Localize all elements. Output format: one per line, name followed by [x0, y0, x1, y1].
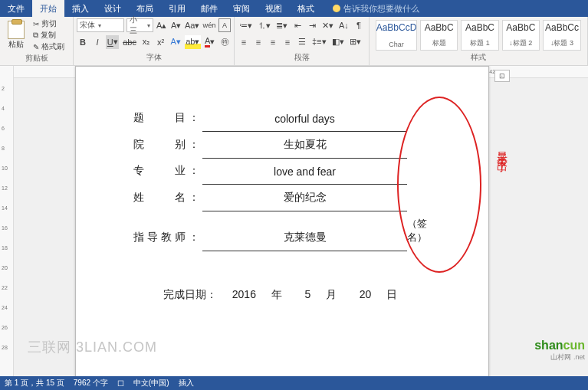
font-name-combo[interactable]: 宋体▾	[77, 18, 124, 32]
cell-value[interactable]: love and fear	[202, 158, 407, 184]
layout-options-widget: ⊡	[494, 70, 511, 82]
status-mode[interactable]: 插入	[179, 378, 194, 388]
asian-layout-button[interactable]: ✕▾	[320, 18, 335, 32]
paste-label: 粘贴	[8, 39, 24, 50]
tab-format[interactable]: 格式	[290, 0, 322, 17]
status-lang-icon: ☐	[117, 379, 124, 388]
tab-review[interactable]: 审阅	[225, 0, 258, 17]
align-justify-button[interactable]: ≡	[281, 35, 294, 49]
group-font: 宋体▾ 小三▾ A▴ A▾ Aa▾ wén A B I U▾ abc x₂ x²…	[74, 17, 235, 65]
strike-button[interactable]: abc	[121, 35, 137, 49]
align-distribute-button[interactable]: ☰	[296, 35, 308, 49]
cell-label[interactable]: 院 别：	[133, 131, 202, 158]
status-words[interactable]: 7962 个字	[74, 378, 108, 388]
font-color-button[interactable]: A▾	[203, 35, 216, 49]
document-viewport[interactable]: 224681012141618202224262830323436384042 …	[14, 66, 588, 376]
align-right-button[interactable]: ≡	[267, 35, 279, 49]
cell-label[interactable]: 姓 名：	[133, 184, 202, 211]
style-preview: AaBbCcD	[376, 22, 417, 33]
footer-label: 完成日期：	[163, 288, 217, 300]
tab-design[interactable]: 设计	[97, 0, 129, 17]
group-clipboard: 粘贴 剪切 复制 格式刷 剪贴板	[0, 17, 74, 65]
shading-button[interactable]: ◧▾	[330, 35, 346, 49]
format-painter-label: 格式刷	[41, 41, 64, 52]
bold-button[interactable]: B	[77, 35, 89, 49]
cell-label[interactable]: 题 目：	[133, 105, 202, 131]
phonetic-guide-button[interactable]: wén	[202, 18, 216, 32]
show-marks-button[interactable]: ¶	[353, 18, 365, 32]
tab-file[interactable]: 文件	[0, 0, 32, 17]
copy-label: 复制	[41, 30, 56, 41]
tab-view[interactable]: 视图	[258, 0, 290, 17]
layout-options-button[interactable]: ⊡	[494, 70, 510, 82]
borders-button[interactable]: ⊞▾	[348, 35, 363, 49]
style-tile-title[interactable]: AaBbC标题	[420, 20, 458, 51]
cut-button[interactable]: 剪切	[31, 18, 66, 29]
completion-date-line[interactable]: 完成日期： 2016 年 5 月 20 日	[133, 288, 427, 302]
cut-label: 剪切	[41, 18, 57, 29]
cell-value[interactable]: 生如夏花	[202, 131, 407, 158]
sort-button[interactable]: A↓	[337, 18, 350, 32]
enclose-char-button[interactable]: ㊕	[218, 35, 231, 49]
tab-insert[interactable]: 插入	[64, 0, 97, 17]
style-tile-h1[interactable]: AaBbC标题 1	[461, 20, 498, 51]
indent-dec-button[interactable]: ⇤	[291, 18, 304, 32]
tab-mailings[interactable]: 邮件	[193, 0, 225, 17]
shrink-font-button[interactable]: A▾	[170, 18, 182, 32]
style-label: ↓标题 2	[509, 38, 532, 48]
superscript-button[interactable]: x²	[155, 35, 167, 49]
style-tile-h2[interactable]: AaBbC↓标题 2	[502, 20, 540, 51]
cover-table[interactable]: 题 目：colorful days 院 别：生如夏花 专 业：love and …	[133, 105, 427, 251]
bullets-button[interactable]: ≔▾	[238, 18, 254, 32]
line-spacing-button[interactable]: ‡≡▾	[310, 35, 328, 49]
chevron-down-icon: ▾	[98, 22, 101, 29]
subscript-button[interactable]: x₂	[140, 35, 153, 49]
tell-me[interactable]: 告诉我你想要做什么	[322, 0, 419, 17]
cell-value[interactable]: 爱的纪念	[202, 184, 407, 211]
tab-home[interactable]: 开始	[32, 0, 64, 17]
tell-me-label: 告诉我你想要做什么	[343, 3, 419, 15]
status-lang[interactable]: 中文(中国)	[133, 378, 169, 388]
text-effects-button[interactable]: A▾	[169, 35, 182, 49]
style-tile-h3[interactable]: AaBbCc↓标题 3	[543, 20, 581, 51]
cell-label[interactable]: 指导教师：	[133, 211, 202, 251]
style-tile-char[interactable]: AaBbCcDChar	[376, 20, 417, 51]
format-painter-button[interactable]: 格式刷	[31, 41, 66, 52]
numbering-button[interactable]: ⒈▾	[256, 18, 272, 32]
paste-icon	[8, 21, 25, 39]
footer-year-unit: 年	[271, 288, 282, 300]
cell-label[interactable]: 专 业：	[133, 158, 202, 184]
align-left-button[interactable]: ≡	[238, 35, 250, 49]
page-content[interactable]: 题 目：colorful days 院 别：生如夏花 专 业：love and …	[76, 67, 488, 325]
table-row: 题 目：colorful days	[133, 105, 427, 131]
font-name-value: 宋体	[80, 20, 95, 31]
copy-button[interactable]: 复制	[31, 30, 66, 41]
cell-value[interactable]: 克莱德曼	[202, 211, 407, 251]
tab-references[interactable]: 引用	[161, 0, 193, 17]
brush-icon	[33, 43, 39, 51]
cell-value[interactable]: colorful days	[202, 105, 407, 131]
group-styles: AaBbCcDChar AaBbC标题 AaBbC标题 1 AaBbC↓标题 2…	[370, 17, 588, 65]
chevron-down-icon: ▾	[147, 22, 150, 29]
align-center-button[interactable]: ≡	[252, 35, 264, 49]
indent-inc-button[interactable]: ⇥	[306, 18, 318, 32]
underline-button[interactable]: U▾	[106, 35, 119, 49]
multilevel-button[interactable]: ≣▾	[274, 18, 289, 32]
style-preview: AaBbCc	[545, 22, 579, 33]
status-page[interactable]: 第 1 页，共 15 页	[5, 378, 64, 388]
italic-button[interactable]: I	[91, 35, 103, 49]
style-preview: AaBbC	[425, 22, 454, 33]
scissors-icon	[33, 20, 39, 28]
table-row: 专 业：love and fear	[133, 158, 427, 184]
styles-gallery[interactable]: AaBbCcDChar AaBbC标题 AaBbC标题 1 AaBbC↓标题 2…	[373, 18, 584, 51]
grow-font-button[interactable]: A▴	[156, 18, 168, 32]
font-size-combo[interactable]: 小三▾	[126, 18, 153, 32]
signature-cell[interactable]: （签名）	[407, 211, 427, 251]
char-border-button[interactable]: A	[218, 18, 231, 32]
paste-button[interactable]: 粘贴	[3, 21, 29, 50]
style-label: ↓标题 3	[550, 38, 573, 48]
vertical-ruler[interactable]: 246810121416182022242628	[0, 66, 14, 376]
footer-month: 5	[304, 288, 310, 300]
highlight-button[interactable]: ab▾	[185, 35, 202, 49]
change-case-button[interactable]: Aa▾	[185, 18, 200, 32]
